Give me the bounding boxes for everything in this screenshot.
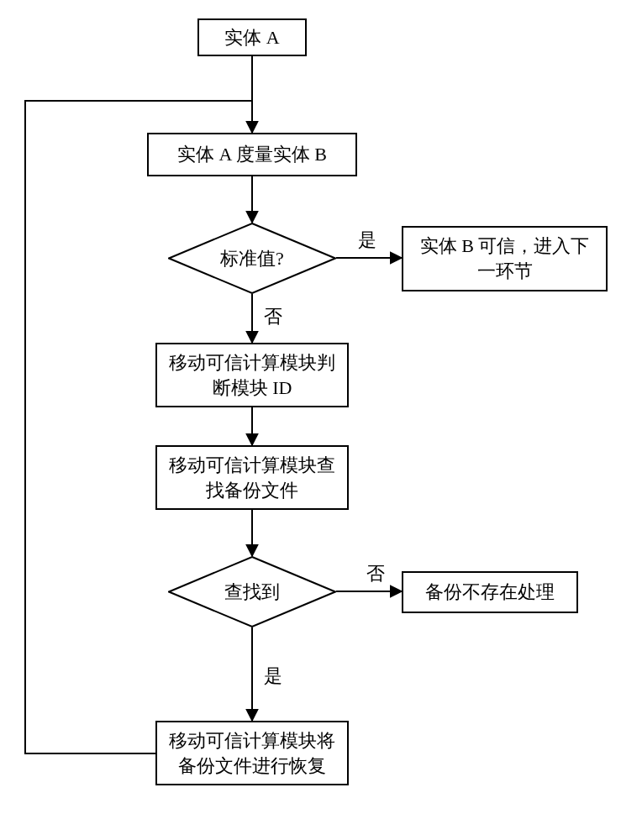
node-check-std-label: 标准值?	[220, 246, 284, 271]
node-start: 实体 A	[197, 18, 307, 56]
node-judge-id-label: 移动可信计算模块判 断模块 ID	[169, 350, 335, 400]
node-judge-id: 移动可信计算模块判 断模块 ID	[155, 343, 349, 407]
node-find-backup-label: 移动可信计算模块查 找备份文件	[169, 453, 335, 502]
edge-check-std-no: 否	[264, 304, 282, 329]
node-trusted-label: 实体 B 可信，进入下 一环节	[420, 234, 590, 283]
node-check-std: 标准值?	[168, 223, 336, 294]
node-restore-label: 移动可信计算模块将 备份文件进行恢复	[169, 728, 335, 778]
node-found-label: 查找到	[224, 580, 280, 605]
edge-found-yes: 是	[264, 664, 282, 689]
node-measure-label: 实体 A 度量实体 B	[177, 142, 327, 167]
node-found: 查找到	[168, 556, 336, 627]
edge-check-std-yes: 是	[358, 228, 376, 253]
node-not-exist-label: 备份不存在处理	[425, 580, 555, 605]
edge-found-no: 否	[366, 561, 385, 586]
node-trusted: 实体 B 可信，进入下 一环节	[402, 226, 608, 291]
node-start-label: 实体 A	[224, 25, 279, 50]
node-restore: 移动可信计算模块将 备份文件进行恢复	[155, 721, 349, 785]
node-not-exist: 备份不存在处理	[402, 571, 578, 613]
node-measure: 实体 A 度量实体 B	[147, 133, 357, 176]
node-find-backup: 移动可信计算模块查 找备份文件	[155, 445, 349, 510]
